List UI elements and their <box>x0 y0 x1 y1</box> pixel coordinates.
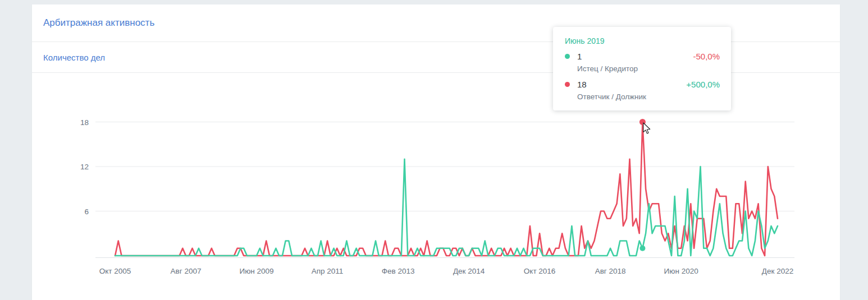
tooltip-month-title: Июнь 2019 <box>565 36 719 45</box>
tooltip-row-plaintiff: 1 Истец / Кредитор -50,0% <box>564 51 720 73</box>
chart-tooltip: Июнь 2019 1 Истец / Кредитор -50,0% 18 О… <box>553 27 731 110</box>
card-title-link[interactable]: Арбитражная активность <box>43 17 154 29</box>
defendant-value: 18 <box>577 79 682 90</box>
plaintiff-label: Истец / Кредитор <box>577 64 688 73</box>
plaintiff-series-dot <box>565 54 570 59</box>
plaintiff-change-percent: -50,0% <box>693 51 720 62</box>
tooltip-row-defendant: 18 Ответчик / Должник +500,0% <box>564 79 720 101</box>
chart-section-title-link[interactable]: Количество дел <box>43 53 105 62</box>
page: { "card": { "title": "Арбитражная активн… <box>0 0 868 300</box>
plaintiff-value: 1 <box>577 51 688 62</box>
defendant-series-dot <box>565 82 570 87</box>
defendant-change-percent: +500,0% <box>686 79 720 90</box>
defendant-label: Ответчик / Должник <box>577 92 682 101</box>
